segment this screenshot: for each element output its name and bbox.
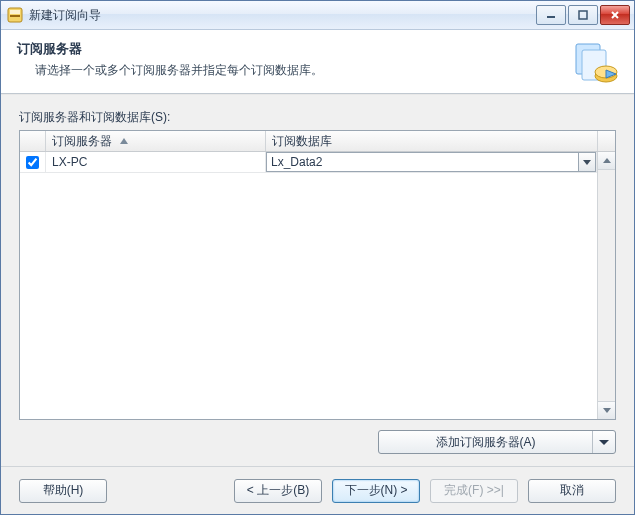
finish-button: 完成(F) >>| [430,479,518,503]
back-label: < 上一步(B) [247,482,309,499]
vertical-scrollbar[interactable] [597,152,615,419]
next-button[interactable]: 下一步(N) > [332,479,420,503]
finish-label: 完成(F) >>| [444,482,504,499]
titlebar: 新建订阅向导 [1,1,634,30]
wizard-footer: 帮助(H) < 上一步(B) 下一步(N) > 完成(F) >>| 取消 [1,466,634,514]
column-checkbox[interactable] [20,131,46,151]
table-row: LX-PC Lx_Data2 [20,152,597,173]
column-server[interactable]: 订阅服务器 [46,131,266,151]
window-controls [536,5,630,25]
sort-asc-icon [120,138,128,144]
column-scroll-gap [598,131,615,151]
row-database-value: Lx_Data2 [267,155,578,169]
svg-rect-1 [10,10,20,14]
grid-label: 订阅服务器和订阅数据库(S): [19,109,616,126]
row-database-combo[interactable]: Lx_Data2 [266,152,596,172]
row-server-name: LX-PC [52,155,87,169]
grid-header: 订阅服务器 订阅数据库 [20,131,615,152]
add-subscriber-button[interactable]: 添加订阅服务器(A) [378,430,616,454]
back-button[interactable]: < 上一步(B) [234,479,322,503]
combo-dropdown-button[interactable] [578,153,595,171]
column-database[interactable]: 订阅数据库 [266,131,598,151]
page-subtitle: 请选择一个或多个订阅服务器并指定每个订阅数据库。 [35,62,572,79]
app-icon [7,7,23,23]
scroll-up-button[interactable] [598,152,615,170]
grid-rows: LX-PC Lx_Data2 [20,152,597,419]
close-button[interactable] [600,5,630,25]
column-server-label: 订阅服务器 [52,133,112,150]
column-database-label: 订阅数据库 [272,133,332,150]
help-label: 帮助(H) [43,482,84,499]
add-subscriber-label: 添加订阅服务器(A) [379,434,592,451]
row-checkbox[interactable] [26,156,39,169]
svg-rect-2 [10,15,20,17]
scroll-down-button[interactable] [598,401,615,419]
wizard-header: 订阅服务器 请选择一个或多个订阅服务器并指定每个订阅数据库。 [1,30,634,94]
cancel-button[interactable]: 取消 [528,479,616,503]
wizard-window: 新建订阅向导 订阅服务器 请选择一个或多个订阅服务器并指定每个订阅数据库。 [0,0,635,515]
page-title: 订阅服务器 [17,40,572,58]
next-label: 下一步(N) > [345,482,408,499]
cancel-label: 取消 [560,482,584,499]
chevron-down-icon [583,160,591,165]
scroll-track[interactable] [598,170,615,401]
svg-rect-4 [579,11,587,19]
subscriber-grid: 订阅服务器 订阅数据库 LX-PC [19,130,616,420]
window-title: 新建订阅向导 [29,7,536,24]
chevron-down-icon [599,440,609,445]
help-button[interactable]: 帮助(H) [19,479,107,503]
maximize-button[interactable] [568,5,598,25]
add-subscriber-arrow[interactable] [592,431,615,453]
minimize-button[interactable] [536,5,566,25]
wizard-body: 订阅服务器和订阅数据库(S): 订阅服务器 订阅数据库 [1,94,634,466]
wizard-icon [572,40,620,88]
